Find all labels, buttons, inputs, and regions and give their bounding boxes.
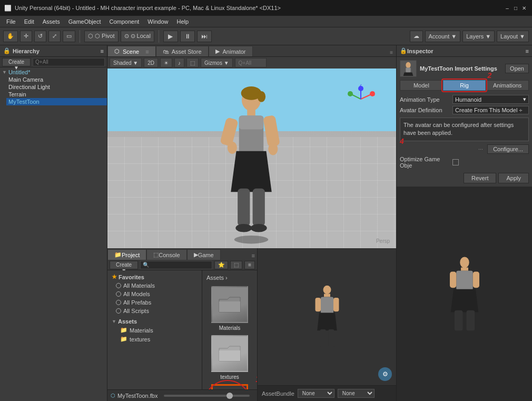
tab-rig[interactable]: Rig 2 [443,80,486,91]
project-sort-button[interactable]: ≡ [244,261,255,269]
menu-component[interactable]: Component [105,17,143,26]
svg-rect-35 [315,298,321,311]
scene-search[interactable] [235,58,267,67]
pause-button[interactable]: ⏸ [180,31,195,42]
menu-help[interactable]: Help [172,17,193,26]
revert-button[interactable]: Revert [464,173,496,183]
scene-tab-menu[interactable]: ≡ [145,48,149,55]
2d-button[interactable]: 2D [144,58,158,67]
apply-button[interactable]: Apply [498,173,529,183]
configure-button[interactable]: Configure... [487,144,529,154]
svg-rect-46 [454,310,462,331]
svg-rect-33 [324,294,330,297]
fav-all-prefabs[interactable]: All Prefabs [107,298,202,307]
menu-window[interactable]: Window [143,17,172,26]
close-button[interactable]: ✕ [520,4,528,12]
game-tab[interactable]: ▶ Game [187,249,221,260]
annotation-4: 4 [400,137,404,145]
fbx-bar: ⬡ MyTestToon.fbx [107,389,257,401]
assets-textures-item[interactable]: 📁 textures [112,335,202,344]
scene-viewport[interactable]: Shaded ▼ 2D ☀ ♪ ⬚ Gizmos ▼ [107,57,396,248]
minimize-button[interactable]: – [504,4,511,12]
menu-assets[interactable]: Assets [38,17,64,26]
move-tool[interactable]: ✛ [20,31,32,42]
assetbundle-select2[interactable]: None [338,389,375,398]
maximize-button[interactable]: □ [512,4,519,12]
rect-tool[interactable]: ▭ [63,31,75,42]
tab-model[interactable]: Model [400,80,443,91]
project-tab[interactable]: 📁 Project [107,249,146,260]
asset-materials[interactable]: Materials [209,286,251,331]
hierarchy-create-button[interactable]: Create ▼ [2,58,31,66]
tab-animations[interactable]: Animations [486,80,529,91]
animation-type-value[interactable]: Humanoid ▾ [452,95,529,104]
scene-tab-animator[interactable]: ▶ Animator [209,46,253,56]
maincamera-label: Main Camera [8,76,43,83]
project-filter-button[interactable]: ⬚ [230,261,242,269]
menu-file[interactable]: File [2,17,20,26]
preview-footer: AssetBundle None None [258,385,396,401]
project-toolbar: Create ▼ ⭐ ⬚ ≡ [107,260,257,270]
preview-settings-icon[interactable]: ⚙ [378,367,392,381]
scale-tool[interactable]: ⤢ [48,31,61,42]
account-dropdown[interactable]: Account ▼ [425,31,461,42]
zoom-slider[interactable] [164,395,250,397]
vfx-button[interactable]: ⬚ [186,58,199,67]
project-search-input[interactable] [140,261,212,269]
project-create-button[interactable]: Create ▼ [110,261,138,269]
hierarchy-item-terrain[interactable]: Terrain [6,91,107,98]
slider-thumb[interactable] [226,393,233,399]
assets-materials-item[interactable]: 📁 Materials [112,326,202,335]
step-button[interactable]: ⏭ [197,31,212,42]
animator-tab-label: Animator [223,48,246,55]
hierarchy-menu-icon[interactable]: ≡ [101,48,104,54]
svg-point-9 [269,143,278,155]
lighting-button[interactable]: ☀ [160,58,172,67]
scene-tab-close[interactable]: ≡ [387,48,396,56]
pivot-button[interactable]: ⬡ ⬡ Pivot [84,31,119,42]
local-button[interactable]: ⊙ ⊙ Local [121,31,154,42]
menu-edit[interactable]: Edit [20,17,38,26]
hierarchy-item-maincamera[interactable]: Main Camera [6,76,107,83]
menu-gameobject[interactable]: GameObject [64,17,105,26]
layers-arrow: ▼ [485,33,491,40]
audio-button[interactable]: ♪ [174,58,184,67]
hierarchy-item-untitled[interactable]: ▼ Untitled* [0,69,107,76]
shading-dropdown[interactable]: Shaded ▼ [110,58,142,67]
bottom-panel-menu[interactable]: ≡ [250,251,257,260]
materials-asset-label: Materials [219,325,241,331]
optimize-checkbox[interactable] [452,159,459,165]
project-fav-button[interactable]: ⭐ [214,261,228,269]
asset-textures[interactable]: textures [209,335,251,380]
favorites-section[interactable]: ★ Favorites [107,272,202,281]
svg-rect-6 [220,117,239,146]
avatar-def-value[interactable]: Create From This Model ÷ [452,106,529,114]
layers-dropdown[interactable]: Layers ▼ [462,31,495,42]
textures-asset-label: textures [220,374,239,380]
hierarchy-search-input[interactable] [33,58,105,66]
hierarchy-item-mytesttoon[interactable]: MyTestToon [6,98,107,105]
hierarchy-item-dirlight[interactable]: Directional Light [6,83,107,91]
pivot-label: ⬡ Pivot [95,33,115,40]
inspector-preview-area [397,187,532,401]
scene-tab-scene[interactable]: ⬡ Scene ≡ [107,46,156,56]
gizmos-button[interactable]: Gizmos ▼ [201,58,233,67]
console-tab[interactable]: ⬚ Console [146,249,186,260]
asset-preview-icon [400,60,417,77]
layout-dropdown[interactable]: Layout ▼ [497,31,529,42]
svg-point-39 [406,62,410,68]
fav-all-materials[interactable]: All Materials [107,281,202,290]
inspector-menu-icon[interactable]: ≡ [526,48,529,54]
assetbundle-select1[interactable]: None [298,389,334,398]
play-button[interactable]: ▶ [163,31,178,42]
fav-all-scripts[interactable]: All Scripts [107,307,202,315]
assets-section[interactable]: ▼ Assets [107,317,202,326]
hand-tool[interactable]: ✋ [3,31,18,42]
rotate-tool[interactable]: ↺ [34,31,46,42]
annotation-3: 3 [396,105,397,113]
cloud-button[interactable]: ☁ [410,31,423,42]
fav-all-models[interactable]: All Models [107,290,202,298]
scene-tab-assetstore[interactable]: 🛍 Asset Store [156,46,209,56]
open-button[interactable]: Open [505,64,529,73]
asset-mytesttoon[interactable]: 1 [209,384,251,389]
